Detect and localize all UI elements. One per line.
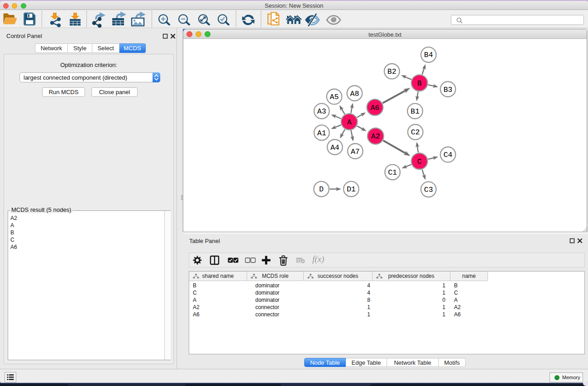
svg-text:A: A (347, 118, 352, 127)
svg-text:A2: A2 (371, 132, 380, 141)
svg-text:A6: A6 (370, 104, 379, 112)
svg-text:A1: A1 (317, 129, 326, 138)
svg-text:B3: B3 (444, 86, 453, 94)
svg-text:D1: D1 (347, 185, 356, 194)
svg-text:A5: A5 (330, 93, 339, 101)
svg-text:C3: C3 (424, 186, 433, 194)
svg-text:B: B (417, 79, 422, 88)
svg-text:A8: A8 (350, 90, 359, 98)
svg-text:A4: A4 (330, 143, 339, 152)
svg-text:D: D (319, 185, 324, 194)
svg-text:A3: A3 (317, 107, 326, 116)
svg-text:B4: B4 (424, 51, 433, 59)
svg-text:C2: C2 (411, 128, 420, 137)
svg-text:C4: C4 (444, 151, 453, 159)
svg-text:B1: B1 (411, 107, 420, 116)
svg-text:B2: B2 (387, 67, 397, 76)
svg-text:C1: C1 (388, 168, 397, 177)
svg-text:C: C (417, 157, 422, 166)
svg-text:A7: A7 (351, 148, 360, 156)
